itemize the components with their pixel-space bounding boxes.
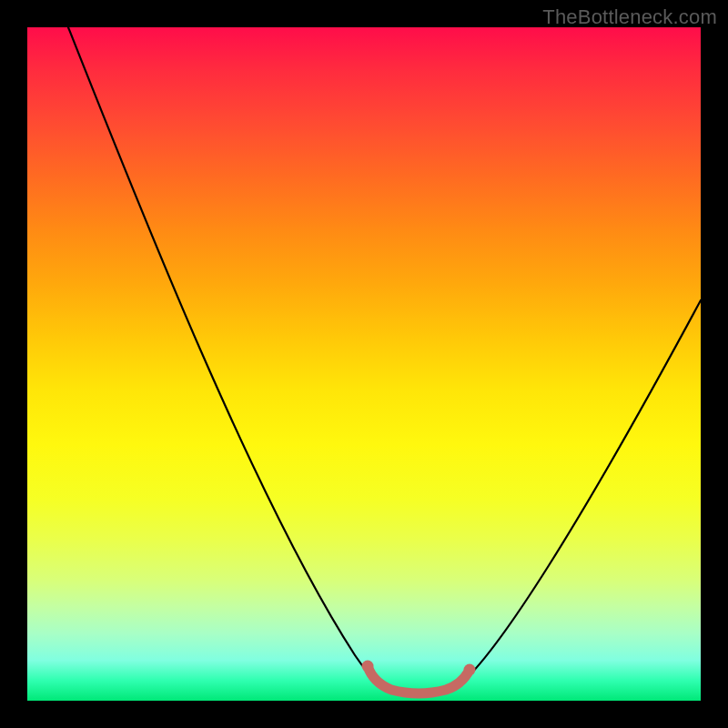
bottleneck-curve bbox=[68, 27, 701, 694]
flat-bottom-left-dot bbox=[362, 661, 374, 672]
plot-area bbox=[27, 27, 701, 701]
flat-bottom-right-dot bbox=[464, 664, 476, 676]
curve-svg bbox=[27, 27, 701, 701]
chart-frame: TheBottleneck.com bbox=[0, 0, 728, 728]
watermark-text: TheBottleneck.com bbox=[542, 5, 717, 29]
flat-bottom-segment bbox=[368, 666, 470, 693]
